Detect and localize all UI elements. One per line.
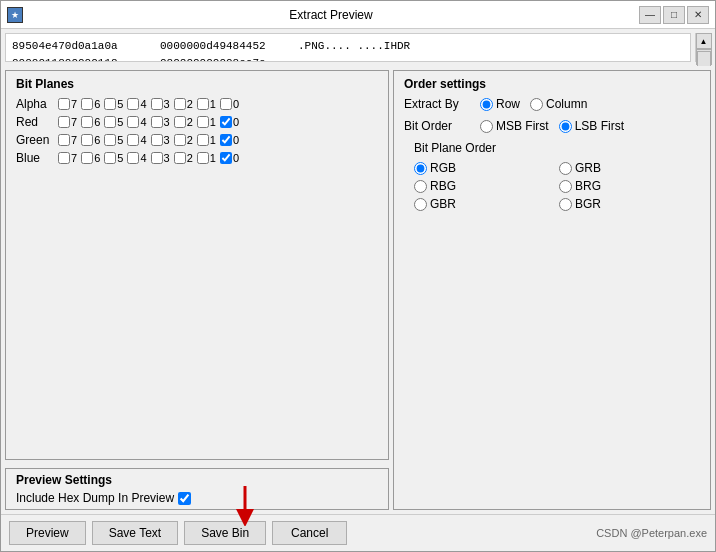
alpha-bit-6-checkbox[interactable]	[81, 98, 93, 110]
rgb-option: RGB	[414, 161, 555, 175]
red-bit-3-checkbox[interactable]	[151, 116, 163, 128]
include-hex-row: Include Hex Dump In Preview	[16, 491, 378, 505]
include-hex-label: Include Hex Dump In Preview	[16, 491, 174, 505]
hex-row-1: 89504e470d0a1a0a 0000000d49484452 .PNG..…	[12, 38, 684, 55]
rgb-radio[interactable]	[414, 162, 427, 175]
main-window: ★ Extract Preview — □ ✕ 89504e470d0a1a0a…	[0, 0, 716, 552]
bit-plane-order-section: Bit Plane Order RGB GRB RBG	[404, 141, 700, 211]
extract-by-row-option: Row	[480, 97, 520, 111]
red-bit-5-checkbox[interactable]	[104, 116, 116, 128]
grb-radio[interactable]	[559, 162, 572, 175]
green-bit-3-checkbox[interactable]	[151, 134, 163, 146]
include-hex-checkbox[interactable]	[178, 492, 191, 505]
maximize-button[interactable]: □	[663, 6, 685, 24]
brg-radio[interactable]	[559, 180, 572, 193]
alpha-bit-3-checkbox[interactable]	[151, 98, 163, 110]
msb-first-label: MSB First	[496, 119, 549, 133]
extract-by-row-radio[interactable]	[480, 98, 493, 111]
grb-option: GRB	[559, 161, 700, 175]
blue-bit-4-checkbox[interactable]	[127, 152, 139, 164]
footer: Preview Save Text Save Bin Cancel	[1, 514, 715, 551]
rbg-label: RBG	[430, 179, 456, 193]
red-bit-1-checkbox[interactable]	[197, 116, 209, 128]
gbr-option: GBR	[414, 197, 555, 211]
footer-buttons: Preview Save Text Save Bin Cancel	[9, 521, 347, 545]
extract-by-column-radio[interactable]	[530, 98, 543, 111]
green-bit-0-checkbox[interactable]	[220, 134, 232, 146]
preview-settings-title: Preview Settings	[16, 473, 378, 487]
alpha-bit-2: 2	[174, 98, 193, 110]
extract-by-options: Row Column	[480, 97, 587, 111]
scrollbar-thumb[interactable]	[697, 51, 711, 66]
green-bit-6-checkbox[interactable]	[81, 134, 93, 146]
alpha-bit-4-checkbox[interactable]	[127, 98, 139, 110]
extract-by-row: Extract By Row Column	[404, 97, 700, 111]
lsb-first-radio[interactable]	[559, 120, 572, 133]
bit-order-options: MSB First LSB First	[480, 119, 624, 133]
extract-by-row-label: Row	[496, 97, 520, 111]
green-bit-7-checkbox[interactable]	[58, 134, 70, 146]
red-bit-0-checkbox[interactable]	[220, 116, 232, 128]
blue-bit-7-checkbox[interactable]	[58, 152, 70, 164]
blue-bit-2-checkbox[interactable]	[174, 152, 186, 164]
msb-first-radio[interactable]	[480, 120, 493, 133]
scroll-up-button[interactable]: ▲	[696, 33, 712, 49]
grb-label: GRB	[575, 161, 601, 175]
bit-plane-order-title: Bit Plane Order	[404, 141, 700, 155]
bgr-radio[interactable]	[559, 198, 572, 211]
red-row: Red 7 6 5 4 3 2 1 0	[16, 115, 378, 129]
watermark: CSDN @Peterpan.exe	[596, 527, 707, 539]
close-button[interactable]: ✕	[687, 6, 709, 24]
title-bar-left: ★	[7, 7, 23, 23]
extract-by-label: Extract By	[404, 97, 474, 111]
window-title: Extract Preview	[23, 8, 639, 22]
title-bar: ★ Extract Preview — □ ✕	[1, 1, 715, 29]
bgr-option: BGR	[559, 197, 700, 211]
order-settings-panel: Order settings Extract By Row Column	[393, 70, 711, 510]
app-icon: ★	[7, 7, 23, 23]
red-bit-4-checkbox[interactable]	[127, 116, 139, 128]
alpha-bit-2-checkbox[interactable]	[174, 98, 186, 110]
blue-bit-6-checkbox[interactable]	[81, 152, 93, 164]
green-bit-2-checkbox[interactable]	[174, 134, 186, 146]
blue-label: Blue	[16, 151, 56, 165]
bgr-label: BGR	[575, 197, 601, 211]
blue-row: Blue 7 6 5 4 3 2 1 0	[16, 151, 378, 165]
green-bit-5-checkbox[interactable]	[104, 134, 116, 146]
rgb-label: RGB	[430, 161, 456, 175]
title-bar-controls: — □ ✕	[639, 6, 709, 24]
cancel-button[interactable]: Cancel	[272, 521, 347, 545]
bit-order-row: Bit Order MSB First LSB First	[404, 119, 700, 133]
blue-bit-5-checkbox[interactable]	[104, 152, 116, 164]
minimize-button[interactable]: —	[639, 6, 661, 24]
lsb-first-label: LSB First	[575, 119, 624, 133]
blue-bit-1-checkbox[interactable]	[197, 152, 209, 164]
rbg-radio[interactable]	[414, 180, 427, 193]
left-column: Bit Planes Alpha 7 6 5 4 3 2 1 0 Red 7	[1, 66, 391, 514]
alpha-bit-1: 1	[197, 98, 216, 110]
red-bit-7-checkbox[interactable]	[58, 116, 70, 128]
alpha-bit-5-checkbox[interactable]	[104, 98, 116, 110]
alpha-bit-7-checkbox[interactable]	[58, 98, 70, 110]
alpha-bit-0: 0	[220, 98, 239, 110]
bottom-panels: Bit Planes Alpha 7 6 5 4 3 2 1 0 Red 7	[1, 66, 715, 514]
alpha-bit-0-checkbox[interactable]	[220, 98, 232, 110]
bit-order-label: Bit Order	[404, 119, 474, 133]
extract-by-column-option: Column	[530, 97, 587, 111]
alpha-bit-5: 5	[104, 98, 123, 110]
red-bit-6-checkbox[interactable]	[81, 116, 93, 128]
gbr-radio[interactable]	[414, 198, 427, 211]
green-bit-4-checkbox[interactable]	[127, 134, 139, 146]
bit-plane-order-grid: RGB GRB RBG BRG	[404, 161, 700, 211]
alpha-bit-1-checkbox[interactable]	[197, 98, 209, 110]
blue-bit-0-checkbox[interactable]	[220, 152, 232, 164]
preview-scrollbar[interactable]: ▲ ▼	[695, 33, 711, 62]
preview-button[interactable]: Preview	[9, 521, 86, 545]
green-bit-1-checkbox[interactable]	[197, 134, 209, 146]
preview-settings-panel: Preview Settings Include Hex Dump In Pre…	[5, 468, 389, 510]
hex-preview[interactable]: 89504e470d0a1a0a 0000000d49484452 .PNG..…	[5, 33, 691, 62]
red-bit-2-checkbox[interactable]	[174, 116, 186, 128]
blue-bit-3-checkbox[interactable]	[151, 152, 163, 164]
bit-planes-panel: Bit Planes Alpha 7 6 5 4 3 2 1 0 Red 7	[5, 70, 389, 460]
save-text-button[interactable]: Save Text	[92, 521, 178, 545]
